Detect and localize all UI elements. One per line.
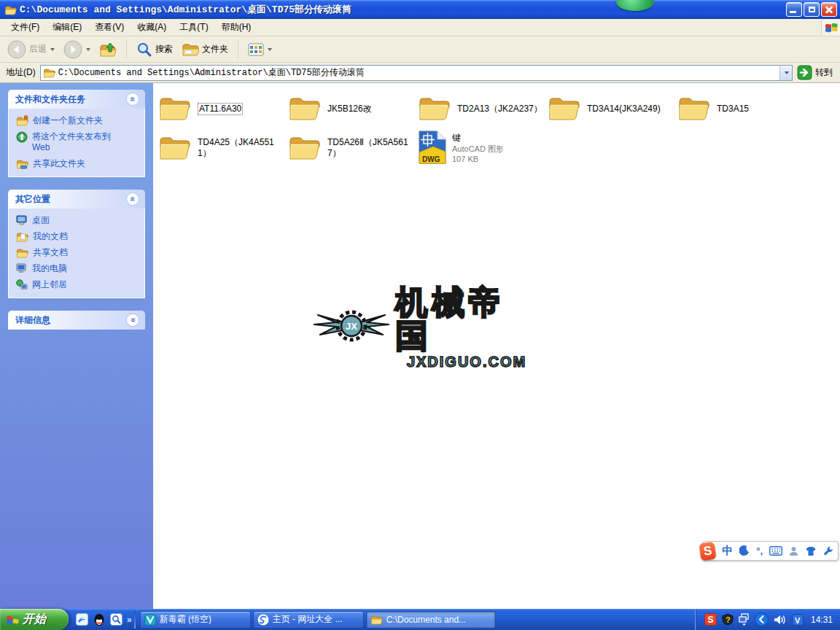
clock: 14:31 bbox=[811, 615, 833, 625]
folder-icon bbox=[289, 133, 322, 163]
desktop-icon bbox=[16, 215, 28, 226]
sidebar-item[interactable]: 创建一个新文件夹 bbox=[16, 115, 139, 126]
v-check-icon[interactable]: V bbox=[792, 614, 804, 626]
file-tile[interactable]: AT11.6A30 bbox=[158, 89, 287, 128]
back-dropdown-icon[interactable] bbox=[50, 48, 55, 51]
folders-button[interactable]: 文件夹 bbox=[179, 41, 231, 58]
file-tile[interactable]: TD3A14(JK3A249) bbox=[547, 89, 677, 128]
publish-web-icon bbox=[16, 131, 28, 143]
wrench-icon[interactable] bbox=[823, 546, 833, 556]
folder-icon bbox=[678, 94, 711, 123]
task-pane-other-places: 其它位置«桌面我的文档共享文档我的电脑网上邻居 bbox=[8, 190, 145, 298]
sidebar-item[interactable]: 共享此文件夹 bbox=[16, 158, 139, 169]
menu-item[interactable]: 工具(T) bbox=[173, 19, 214, 36]
folders-label: 文件夹 bbox=[202, 43, 228, 55]
file-tile[interactable]: TD2A13（JK2A237） bbox=[417, 89, 547, 128]
pane-body: 创建一个新文件夹将这个文件夹发布到 Web共享此文件夹 bbox=[8, 109, 145, 177]
sidebar-item-label: 桌面 bbox=[32, 215, 50, 226]
restore-button[interactable] bbox=[804, 2, 820, 17]
file-name: TD5A26Ⅱ（JK5A5617） bbox=[327, 137, 416, 159]
file-tile[interactable]: TD3A15 bbox=[677, 89, 806, 128]
views-dropdown-icon[interactable] bbox=[268, 48, 272, 51]
help-icon[interactable]: ? bbox=[722, 613, 734, 626]
task-button-label: 新毒霸 (悟空) bbox=[160, 613, 211, 626]
sidebar-item[interactable]: 桌面 bbox=[16, 215, 139, 226]
qq-icon[interactable] bbox=[93, 613, 105, 626]
file-name: TD4A25（JK4A5511） bbox=[198, 137, 286, 159]
pane-header-details[interactable]: 详细信息« bbox=[8, 311, 145, 330]
svg-text:?: ? bbox=[726, 615, 731, 624]
dwg-file-icon: DWG bbox=[419, 131, 446, 166]
chevron-up-icon[interactable]: « bbox=[126, 93, 139, 106]
taskbar-task-button[interactable]: 主页 - 网址大全 ... bbox=[253, 611, 364, 629]
start-button[interactable]: 开始 bbox=[0, 609, 69, 630]
forward-dropdown-icon[interactable] bbox=[86, 48, 90, 51]
svg-text:JX: JX bbox=[346, 321, 357, 332]
up-button[interactable] bbox=[96, 40, 120, 59]
task-pane-file-tasks: 文件和文件夹任务«创建一个新文件夹将这个文件夹发布到 Web共享此文件夹 bbox=[8, 90, 145, 177]
search-icon bbox=[136, 42, 152, 58]
svg-text:DWG: DWG bbox=[422, 155, 440, 163]
ime-mode-chinese[interactable]: 中 bbox=[722, 544, 733, 558]
pane-title: 其它位置 bbox=[15, 193, 50, 206]
file-name: TD3A14(JK3A249) bbox=[587, 104, 661, 114]
sogou-ime-logo[interactable]: S bbox=[699, 541, 716, 561]
windows-logo-icon bbox=[821, 20, 840, 36]
svg-text:S: S bbox=[707, 615, 713, 625]
chevron-up-icon[interactable]: « bbox=[126, 192, 139, 206]
pane-title: 文件和文件夹任务 bbox=[15, 93, 85, 106]
taskbar-task-button[interactable]: 新毒霸 (悟空) bbox=[140, 611, 251, 629]
chevron-down-icon[interactable]: « bbox=[126, 314, 139, 327]
punctuation-icon[interactable]: °, bbox=[756, 545, 763, 556]
menu-item[interactable]: 查看(V) bbox=[88, 19, 131, 36]
sogou-browser-icon[interactable] bbox=[76, 613, 88, 626]
taskbar-task-button[interactable]: C:\Documents and... bbox=[366, 611, 496, 629]
sidebar-item[interactable]: 共享文档 bbox=[16, 247, 139, 258]
file-list-area[interactable]: AT11.6A30JK5B126改TD2A13（JK2A237）TD3A14(J… bbox=[153, 83, 840, 609]
views-button[interactable] bbox=[245, 42, 275, 58]
file-tile[interactable]: DWG键AutoCAD 图形107 KB bbox=[417, 128, 547, 168]
taskbar: 开始 » 新毒霸 (悟空)主页 - 网址大全 ...C:\Documents a… bbox=[0, 609, 840, 630]
menu-item[interactable]: 文件(F) bbox=[4, 19, 46, 36]
sidebar-item[interactable]: 网上邻居 bbox=[16, 279, 139, 290]
sidebar-item-label: 我的文档 bbox=[33, 231, 68, 242]
forward-button[interactable] bbox=[61, 39, 93, 61]
pane-title: 详细信息 bbox=[15, 314, 50, 327]
sidebar-item[interactable]: 我的文档 bbox=[16, 231, 139, 242]
sidebar-item[interactable]: 将这个文件夹发布到 Web bbox=[16, 131, 139, 153]
task-pane-details: 详细信息« bbox=[8, 311, 145, 330]
skin-icon[interactable] bbox=[805, 546, 817, 556]
keyboard-icon[interactable] bbox=[769, 546, 782, 556]
minimize-button[interactable] bbox=[786, 2, 802, 17]
back-button[interactable]: 后退 bbox=[4, 39, 58, 61]
address-folder-icon bbox=[43, 67, 55, 78]
taskbar-separator bbox=[134, 611, 136, 629]
quick-launch-chevron[interactable]: » bbox=[127, 615, 132, 625]
sogou-s-icon[interactable]: S bbox=[704, 613, 717, 626]
file-size: 107 KB bbox=[452, 154, 504, 164]
back-circle-icon[interactable] bbox=[755, 612, 769, 626]
sogou-page-icon bbox=[257, 614, 269, 626]
sidebar-item[interactable]: 我的电脑 bbox=[16, 263, 139, 274]
quick-search-icon[interactable] bbox=[110, 613, 122, 626]
address-path: C:\Documents and Settings\Administrator\… bbox=[58, 66, 779, 79]
menu-item[interactable]: 收藏(A) bbox=[131, 19, 173, 36]
file-tile[interactable]: JK5B126改 bbox=[287, 89, 417, 128]
file-tile[interactable]: TD4A25（JK4A5511） bbox=[158, 128, 287, 168]
address-input[interactable]: C:\Documents and Settings\Administrator\… bbox=[40, 65, 793, 81]
pane-header-other-places[interactable]: 其它位置« bbox=[8, 190, 145, 209]
menu-item[interactable]: 帮助(H) bbox=[215, 19, 258, 36]
file-tile[interactable]: TD5A26Ⅱ（JK5A5617） bbox=[287, 128, 417, 168]
person-icon[interactable] bbox=[789, 546, 798, 556]
pane-header-file-tasks[interactable]: 文件和文件夹任务« bbox=[8, 90, 145, 109]
menu-item[interactable]: 编辑(E) bbox=[46, 19, 88, 36]
sidebar-item-label: 共享此文件夹 bbox=[33, 158, 85, 169]
go-button[interactable]: 转到 bbox=[797, 65, 837, 80]
close-button[interactable] bbox=[821, 2, 837, 17]
address-dropdown-button[interactable] bbox=[779, 66, 792, 80]
folder-icon bbox=[289, 94, 322, 123]
window-switch-icon[interactable] bbox=[739, 613, 750, 626]
moon-icon[interactable] bbox=[739, 545, 750, 556]
search-button[interactable]: 搜索 bbox=[133, 40, 176, 59]
volume-icon[interactable] bbox=[774, 614, 787, 626]
